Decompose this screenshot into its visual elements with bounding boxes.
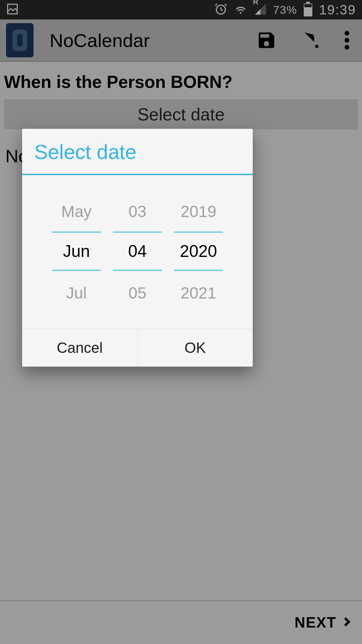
month-next[interactable]: Jul: [52, 274, 101, 311]
year-next[interactable]: 2021: [174, 274, 223, 311]
day-wheel[interactable]: 03 04 05: [113, 191, 162, 311]
day-next[interactable]: 05: [113, 274, 162, 311]
year-wheel[interactable]: 2019 2020 2021: [174, 191, 223, 311]
year-curr[interactable]: 2020: [174, 231, 223, 271]
date-picker-dialog: Select date May Jun Jul 03 04 05 2019 20…: [22, 129, 253, 367]
month-curr[interactable]: Jun: [52, 231, 101, 271]
day-prev[interactable]: 03: [113, 191, 162, 228]
dialog-buttons: Cancel OK: [22, 329, 253, 367]
picker-area: May Jun Jul 03 04 05 2019 2020 2021: [22, 175, 253, 329]
cancel-button[interactable]: Cancel: [22, 329, 138, 367]
month-wheel[interactable]: May Jun Jul: [52, 191, 101, 311]
dialog-title: Select date: [22, 129, 253, 175]
day-curr[interactable]: 04: [113, 231, 162, 271]
ok-button[interactable]: OK: [138, 329, 253, 367]
year-prev[interactable]: 2019: [174, 191, 223, 228]
month-prev[interactable]: May: [52, 191, 101, 228]
